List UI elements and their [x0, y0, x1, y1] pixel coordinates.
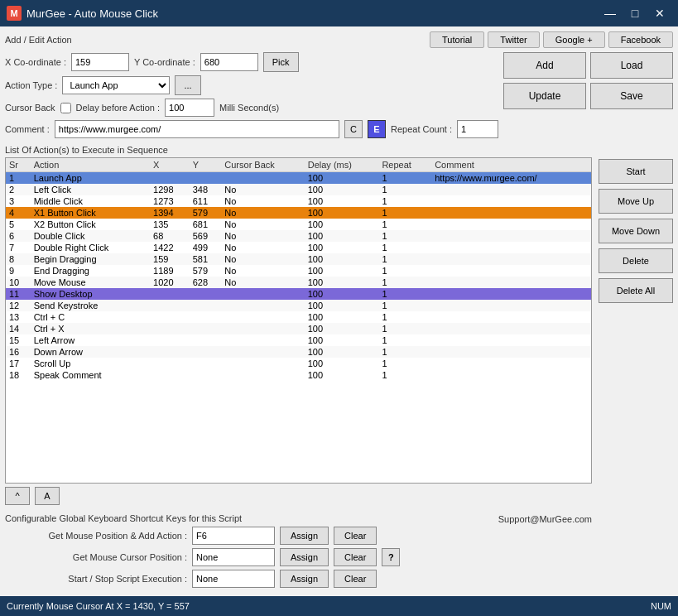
action-list[interactable]: Sr Action X Y Cursor Back Delay (ms) Rep…	[5, 157, 592, 484]
table-row[interactable]: 3Middle Click1273611No1001	[6, 195, 591, 207]
cell-5: 100	[305, 300, 379, 311]
cell-2: 1298	[150, 184, 190, 195]
e-button[interactable]: E	[368, 120, 386, 138]
delay-input[interactable]	[165, 99, 214, 117]
tutorial-button[interactable]: Tutorial	[430, 31, 484, 48]
table-row[interactable]: 7Double Right Click1422499No1001	[6, 242, 591, 253]
table-row[interactable]: 17Scroll Up1001	[6, 358, 591, 369]
delete-button[interactable]: Delete	[599, 248, 673, 273]
nav-buttons: Tutorial Twitter Google + Facebook	[430, 31, 673, 48]
cell-1: Down Arrow	[31, 346, 150, 358]
table-row[interactable]: 16Down Arrow1001	[6, 346, 591, 358]
minimize-button[interactable]: —	[599, 4, 622, 22]
shortcut-input-2[interactable]	[192, 570, 275, 588]
cell-4: No	[221, 219, 304, 230]
move-down-button[interactable]: Move Down	[599, 219, 673, 243]
delay-unit: Milli Second(s)	[219, 103, 279, 113]
cell-2	[150, 311, 190, 323]
cell-7	[431, 265, 591, 277]
close-button[interactable]: ✕	[648, 4, 671, 22]
cell-6: 1	[378, 242, 431, 253]
table-row[interactable]: 14Ctrl + X1001	[6, 323, 591, 334]
clear-button-0[interactable]: Clear	[334, 527, 377, 545]
action-type-select[interactable]: Launch App	[62, 76, 170, 94]
cell-5: 100	[305, 230, 379, 242]
scroll-buttons-row: ^ A	[5, 487, 592, 505]
table-row[interactable]: 13Ctrl + C1001	[6, 311, 591, 323]
cell-2: 1394	[150, 207, 190, 219]
table-row[interactable]: 9End Dragging1189579No1001	[6, 265, 591, 277]
clear-button-1[interactable]: Clear	[334, 548, 377, 566]
scroll-up-button[interactable]: ^	[5, 487, 30, 505]
cell-6: 1	[378, 230, 431, 242]
cell-3	[190, 300, 222, 311]
cell-4: No	[221, 184, 304, 195]
update-save-row: Update Save	[503, 83, 673, 109]
scroll-down-button[interactable]: A	[35, 487, 60, 505]
cell-7	[431, 184, 591, 195]
assign-button-1[interactable]: Assign	[280, 548, 329, 566]
cursor-back-checkbox[interactable]	[60, 103, 71, 113]
shortcut-input-1[interactable]	[192, 548, 275, 566]
cell-6: 1	[378, 288, 431, 300]
clear-button-2[interactable]: Clear	[334, 570, 377, 588]
col-cursor-back: Cursor Back	[221, 158, 304, 172]
col-delay: Delay (ms)	[305, 158, 379, 172]
x-input[interactable]	[71, 53, 129, 71]
cell-0: 17	[6, 358, 31, 369]
cell-3	[190, 334, 222, 346]
save-button[interactable]: Save	[590, 83, 673, 109]
cell-3	[190, 346, 222, 358]
maximize-button[interactable]: □	[623, 4, 647, 22]
help-button[interactable]: ?	[382, 548, 400, 566]
cell-1: Left Arrow	[31, 334, 150, 346]
cell-5: 100	[305, 288, 379, 300]
main-window: M MurGee - Auto Mouse Click — □ ✕ Add / …	[0, 0, 678, 616]
app-icon: M	[7, 6, 22, 21]
cell-4: No	[221, 253, 304, 265]
table-row[interactable]: 6Double Click68569No1001	[6, 230, 591, 242]
c-button[interactable]: C	[344, 120, 363, 138]
y-input[interactable]	[200, 53, 258, 71]
google-plus-button[interactable]: Google +	[543, 31, 605, 48]
table-row[interactable]: 12Send Keystroke1001	[6, 300, 591, 311]
table-row[interactable]: 8Begin Dragging159581No1001	[6, 253, 591, 265]
cell-3: 579	[190, 207, 222, 219]
action-buttons-panel: Add Load Update Save	[503, 52, 673, 142]
pick-button[interactable]: Pick	[263, 52, 299, 72]
cell-7	[431, 242, 591, 253]
comment-input[interactable]	[55, 120, 339, 138]
start-button[interactable]: Start	[599, 159, 673, 184]
move-up-button[interactable]: Move Up	[599, 189, 673, 214]
assign-button-2[interactable]: Assign	[280, 570, 329, 588]
cell-0: 8	[6, 253, 31, 265]
table-row[interactable]: 4X1 Button Click1394579No1001	[6, 207, 591, 219]
table-row[interactable]: 10Move Mouse1020628No1001	[6, 277, 591, 288]
table-row[interactable]: 1Launch App1001https://www.murgee.com/	[6, 172, 591, 185]
table-row[interactable]: 15Left Arrow1001	[6, 334, 591, 346]
update-button[interactable]: Update	[503, 83, 586, 109]
facebook-button[interactable]: Facebook	[608, 31, 673, 48]
add-button[interactable]: Add	[503, 52, 586, 79]
cell-4	[221, 311, 304, 323]
table-row[interactable]: 5X2 Button Click135681No1001	[6, 219, 591, 230]
twitter-button[interactable]: Twitter	[488, 31, 539, 48]
cell-1: X2 Button Click	[31, 219, 150, 230]
cell-3	[190, 369, 222, 381]
delete-all-button[interactable]: Delete All	[599, 278, 673, 303]
table-row[interactable]: 18Speak Comment1001	[6, 369, 591, 381]
form-area: X Co-ordinate : Y Co-ordinate : Pick Act…	[5, 52, 498, 142]
cell-2: 1422	[150, 242, 190, 253]
cell-4	[221, 369, 304, 381]
load-button[interactable]: Load	[590, 52, 673, 79]
dots-button[interactable]: ...	[175, 75, 200, 95]
add-edit-label: Add / Edit Action	[5, 35, 72, 45]
table-row[interactable]: 11Show Desktop1001	[6, 288, 591, 300]
repeat-count-input[interactable]	[457, 120, 498, 138]
cell-5: 100	[305, 253, 379, 265]
cell-5: 100	[305, 311, 379, 323]
cell-7	[431, 346, 591, 358]
assign-button-0[interactable]: Assign	[280, 527, 329, 545]
shortcut-input-0[interactable]	[192, 527, 275, 545]
table-row[interactable]: 2Left Click1298348No1001	[6, 184, 591, 195]
